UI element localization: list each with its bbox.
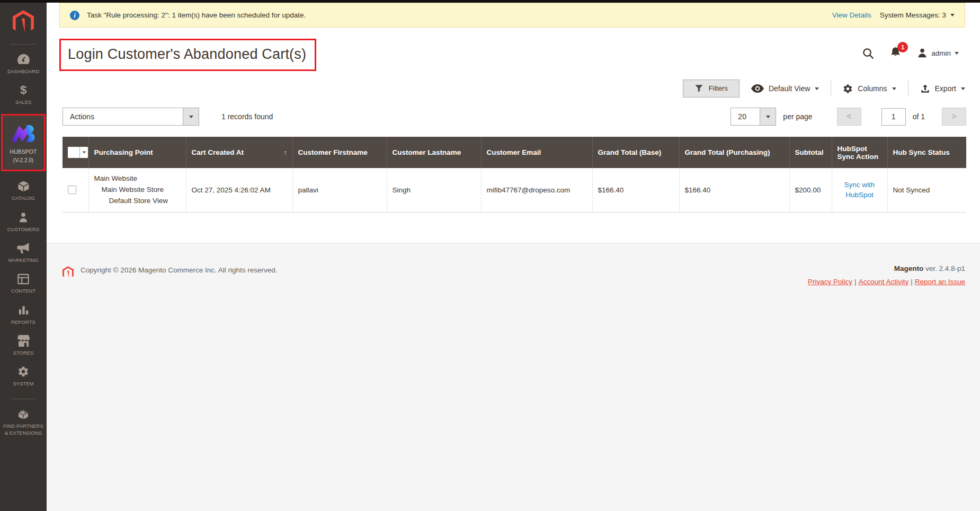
grid-header-row: Purchasing Point Cart Created At↑ Custom… (63, 137, 966, 168)
system-messages-dropdown[interactable]: System Messages: 3 (880, 11, 955, 19)
sidebar-item-system[interactable]: SYSTEM (0, 360, 47, 391)
column-header-hubspot-sync-action[interactable]: HubSpot Sync Action (832, 137, 887, 168)
sidebar-item-label: HUBSPOT (10, 148, 37, 156)
system-message-bar: i Task "Rule processing: 2": 1 item(s) h… (59, 3, 965, 28)
sidebar-item-reports[interactable]: REPORTS (0, 299, 47, 330)
column-header-cart-created-at[interactable]: Cart Created At↑ (186, 137, 292, 168)
actions-select-value: Actions (63, 108, 183, 125)
columns-label: Columns (858, 84, 887, 93)
select-all-checkbox[interactable] (68, 147, 79, 158)
column-header-customer-lastname[interactable]: Customer Lastname (387, 137, 481, 168)
view-selector[interactable]: Default View (750, 81, 820, 96)
cell-grand-total-base: $166.40 (592, 168, 679, 212)
actions-select[interactable]: Actions (63, 108, 199, 126)
sidebar-item-label: CONTENT (11, 288, 35, 294)
sidebar-item-marketing[interactable]: MARKETING (0, 237, 47, 268)
sidebar-item-stores[interactable]: STORES (0, 330, 47, 360)
dashboard-icon (17, 53, 30, 66)
select-caret (183, 108, 199, 125)
admin-sidebar: DASHBOARD $ SALES HUBSPOT (V-2.2.0) CATA… (0, 0, 47, 511)
column-header-grand-total-base[interactable]: Grand Total (Base) (592, 137, 679, 168)
chevron-down-icon (955, 52, 959, 55)
sidebar-item-catalog[interactable]: CATALOG (0, 175, 47, 206)
chevron-down-icon (892, 87, 896, 90)
system-message-text: Task "Rule processing: 2": 1 item(s) hav… (87, 11, 306, 19)
chevron-down-icon (815, 87, 819, 90)
admin-account-menu[interactable]: admin (917, 48, 959, 58)
sidebar-item-label: CATALOG (12, 195, 35, 201)
magento-logo[interactable] (13, 10, 34, 37)
version-line: Magento ver. 2.4.8-p1 (808, 265, 965, 272)
sidebar-item-hubspot[interactable]: HUBSPOT (V-2.2.0) (1, 114, 46, 172)
sidebar-item-find-partners[interactable]: FIND PARTNERS & EXTENSIONS (0, 403, 47, 441)
column-header-customer-firstname[interactable]: Customer Firstname (292, 137, 387, 168)
system-gear-icon (17, 365, 29, 378)
records-found-text: 1 records found (221, 112, 273, 121)
filters-button[interactable]: Filters (683, 80, 740, 98)
window-top-strip (0, 0, 980, 3)
column-header-hub-sync-status[interactable]: Hub Sync Status (887, 137, 966, 168)
funnel-icon (694, 84, 703, 93)
cell-cart-created-at: Oct 27, 2025 4:26:02 AM (186, 168, 292, 212)
sidebar-item-label: SYSTEM (13, 381, 33, 387)
sales-icon: $ (20, 84, 26, 96)
copyright-text: Copyright © 2026 Magento Commerce Inc. A… (81, 266, 278, 274)
search-icon[interactable] (862, 47, 874, 59)
sidebar-item-customers[interactable]: CUSTOMERS (0, 206, 47, 237)
privacy-policy-link[interactable]: Privacy Policy (808, 278, 852, 286)
catalog-icon (17, 180, 30, 192)
column-header-purchasing-point[interactable]: Purchasing Point (88, 137, 186, 168)
sidebar-divider (11, 399, 36, 399)
page-number-input[interactable] (881, 108, 906, 126)
account-activity-link[interactable]: Account Activity (859, 278, 909, 286)
content-icon (17, 272, 29, 285)
admin-username: admin (931, 49, 951, 57)
sidebar-item-label: FIND PARTNERS (3, 423, 43, 429)
extensions-icon (17, 408, 30, 420)
customers-icon (18, 211, 29, 224)
column-header-grand-total-purchasing[interactable]: Grand Total (Purchasing) (679, 137, 789, 168)
per-page-value: 20 (731, 108, 760, 125)
per-page-select[interactable]: 20 (730, 108, 776, 126)
main-content: i Task "Rule processing: 2": 1 item(s) h… (47, 3, 980, 511)
select-all-dropdown[interactable] (68, 147, 88, 158)
eye-icon (751, 84, 764, 93)
table-row: Main Website Main Website Store Default … (63, 168, 966, 212)
column-header-subtotal[interactable]: Subtotal (789, 137, 832, 168)
sidebar-divider (11, 44, 36, 45)
stores-icon (17, 334, 30, 347)
export-button[interactable]: Export (919, 81, 966, 97)
magento-footer-logo (63, 266, 74, 281)
total-pages-label: of 1 (913, 112, 925, 121)
sync-with-hubspot-link[interactable]: Sync with HubSpot (844, 180, 875, 200)
columns-selector[interactable]: Columns (842, 81, 897, 97)
select-all-header (63, 137, 88, 168)
per-page-label: per page (783, 112, 812, 121)
sidebar-item-label: SALES (15, 99, 32, 105)
view-label: Default View (769, 84, 810, 93)
sidebar-item-version: (V-2.2.0) (13, 157, 33, 164)
cell-customer-firstname: pallavi (292, 168, 387, 212)
sidebar-item-sales[interactable]: $ SALES (0, 79, 47, 110)
title-annotation-box: Login Customer's Abandoned Cart(s) (59, 39, 316, 71)
cell-customer-lastname: Singh (387, 168, 481, 212)
notifications-bell[interactable]: 1 (890, 46, 901, 60)
cell-sync-status: Not Synced (887, 168, 966, 212)
report-issue-link[interactable]: Report an Issue (915, 278, 965, 286)
hubspot-extension-icon (11, 122, 35, 145)
sidebar-item-content[interactable]: CONTENT (0, 268, 47, 298)
page-title: Login Customer's Abandoned Cart(s) (68, 46, 306, 63)
cell-customer-email: mifib47767@dropeso.com (481, 168, 592, 212)
gear-icon (843, 84, 853, 94)
select-caret (760, 108, 776, 125)
sidebar-item-label2: & EXTENSIONS (5, 430, 42, 436)
view-details-link[interactable]: View Details (832, 11, 871, 19)
next-page-button[interactable]: > (942, 108, 966, 126)
sidebar-item-label: DASHBOARD (7, 68, 39, 75)
column-header-customer-email[interactable]: Customer Email (481, 137, 592, 168)
page-footer: Copyright © 2026 Magento Commerce Inc. A… (47, 243, 980, 511)
previous-page-button[interactable]: < (837, 108, 861, 126)
row-checkbox[interactable] (68, 186, 76, 194)
sidebar-item-dashboard[interactable]: DASHBOARD (0, 48, 47, 79)
sidebar-item-label: STORES (13, 350, 34, 356)
